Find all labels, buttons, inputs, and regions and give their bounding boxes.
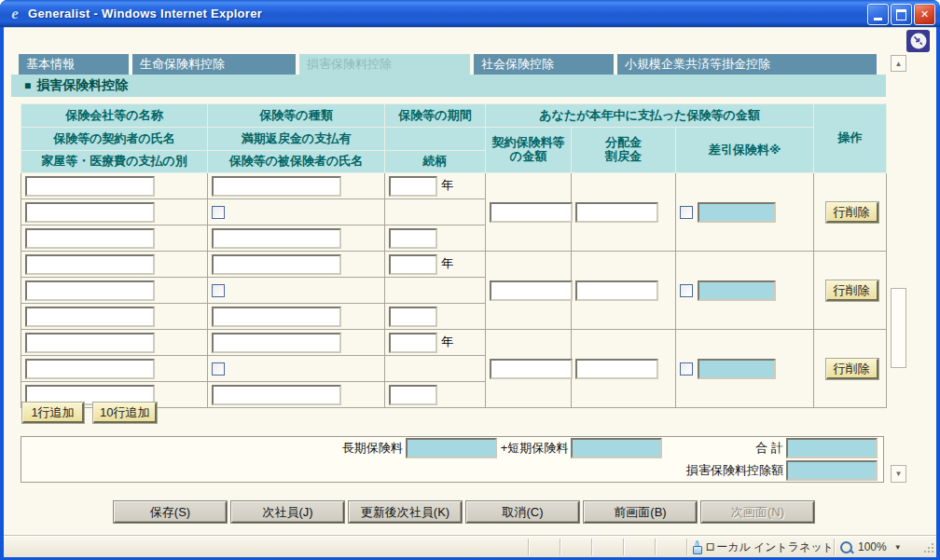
- insurance-row-group: 年 行削除: [21, 252, 887, 330]
- add-row-controls: 1行追加 10行追加: [22, 403, 157, 423]
- section-title: 損害保険料控除: [36, 77, 128, 94]
- intranet-zone-icon: [695, 540, 699, 553]
- update-next-employee-button[interactable]: 更新後次社員(K): [349, 501, 462, 523]
- maximize-button[interactable]: [891, 4, 912, 25]
- tab-casualty-insurance-deduction[interactable]: 損害保険料控除: [299, 54, 470, 75]
- delete-row-button[interactable]: 行削除: [826, 359, 878, 379]
- tab-life-insurance-deduction[interactable]: 生命保険料控除: [132, 54, 296, 75]
- zoom-dropdown-arrow-icon[interactable]: ▼: [894, 543, 902, 552]
- insured-name-input[interactable]: [212, 307, 341, 327]
- summary-row-totals: 長期保険料 +短期保険料 合 計: [21, 438, 883, 458]
- close-button[interactable]: ✕: [914, 4, 935, 25]
- relationship-input[interactable]: [389, 228, 437, 249]
- security-zone-indicator: ローカル イントラネット: [686, 539, 834, 555]
- period-year-input[interactable]: [389, 333, 437, 353]
- net-premium-checkbox[interactable]: [680, 284, 693, 297]
- deduction-field[interactable]: [786, 460, 878, 481]
- header-empty-cell: [385, 128, 486, 151]
- company-name-input[interactable]: [25, 333, 155, 353]
- header-maturity-refund: 満期返戻金の支払有: [208, 128, 385, 151]
- scrollbar-up-icon[interactable]: ▲: [891, 55, 906, 72]
- long-term-premium-field[interactable]: [406, 438, 497, 458]
- header-payment-category: 家屋等・医療費の支払の別: [21, 151, 208, 173]
- maturity-refund-checkbox[interactable]: [212, 362, 225, 376]
- zoom-level: 100%: [858, 540, 887, 553]
- dividend-refund-input[interactable]: [575, 280, 658, 301]
- table-row: 年 行削除: [21, 173, 887, 199]
- next-screen-button: 次画面(N): [701, 501, 814, 523]
- header-insurance-period: 保険等の期間: [385, 104, 486, 128]
- header-relationship: 続柄: [385, 151, 486, 173]
- short-term-premium-label: +短期保険料: [501, 440, 569, 457]
- insurance-table: 保険会社等の名称 保険等の種類 保険等の期間 あなたが本年中に支払った保険等の金…: [21, 103, 887, 408]
- title-bar: e Generalist - Windows Internet Explorer…: [0, 0, 940, 27]
- zoom-control[interactable]: 100% ▼: [834, 539, 919, 555]
- relationship-input[interactable]: [389, 385, 437, 405]
- company-name-input[interactable]: [25, 254, 155, 275]
- insured-name-input[interactable]: [212, 228, 341, 249]
- contract-premium-input[interactable]: [490, 202, 573, 223]
- header-net-premium: 差引保険料※: [676, 128, 814, 173]
- net-premium-checkbox[interactable]: [680, 362, 693, 376]
- relationship-input[interactable]: [389, 307, 437, 327]
- zoom-icon: [840, 541, 852, 553]
- scrollbar-down-icon[interactable]: ▼: [891, 465, 906, 483]
- period-year-input[interactable]: [389, 254, 437, 275]
- payment-category-input[interactable]: [25, 307, 155, 327]
- long-term-premium-label: 長期保険料: [342, 440, 403, 457]
- company-name-input[interactable]: [25, 176, 155, 197]
- tab-basic-info[interactable]: 基本情報: [19, 54, 129, 75]
- status-bar: ローカル イントラネット 100% ▼: [4, 536, 936, 557]
- dividend-refund-input[interactable]: [575, 202, 658, 223]
- window-title: Generalist - Windows Internet Explorer: [28, 7, 262, 20]
- tab-social-insurance-deduction[interactable]: 社会保険控除: [474, 54, 614, 75]
- contract-premium-input[interactable]: [490, 280, 573, 301]
- next-employee-button[interactable]: 次社員(J): [231, 501, 344, 523]
- insurance-type-input[interactable]: [212, 176, 341, 197]
- header-operation: 操作: [814, 104, 887, 173]
- status-cell: [591, 539, 623, 555]
- insurance-row-group: 年 行削除: [21, 330, 887, 408]
- previous-screen-button[interactable]: 前画面(B): [584, 501, 697, 523]
- total-field[interactable]: [786, 438, 878, 458]
- period-year-input[interactable]: [389, 176, 437, 197]
- year-suffix: 年: [441, 178, 453, 192]
- payment-category-input[interactable]: [25, 228, 155, 249]
- scrollbar-thumb[interactable]: [891, 288, 906, 368]
- dividend-refund-input[interactable]: [575, 359, 658, 379]
- short-term-premium-field[interactable]: [571, 438, 662, 458]
- maturity-refund-checkbox[interactable]: [212, 284, 225, 297]
- net-premium-checkbox[interactable]: [680, 206, 693, 219]
- tab-small-business-mutual-aid-deduction[interactable]: 小規模企業共済等掛金控除: [617, 54, 877, 75]
- resize-grip[interactable]: [919, 539, 936, 555]
- section-marker-icon: ■: [24, 79, 31, 92]
- insured-name-input[interactable]: [212, 385, 341, 405]
- cancel-button[interactable]: 取消(C): [466, 501, 579, 523]
- total-label: 合 計: [755, 440, 783, 457]
- year-suffix: 年: [441, 256, 453, 270]
- contract-premium-input[interactable]: [490, 359, 573, 379]
- swap-arrows-icon[interactable]: [906, 30, 930, 52]
- status-cell: [623, 539, 655, 555]
- header-insured-name: 保険等の被保険者の氏名: [208, 151, 385, 173]
- net-premium-field[interactable]: [698, 280, 776, 301]
- contractor-name-input[interactable]: [25, 359, 155, 379]
- delete-row-button[interactable]: 行削除: [826, 280, 878, 301]
- net-premium-field[interactable]: [698, 202, 776, 223]
- insurance-type-input[interactable]: [212, 254, 341, 275]
- contractor-name-input[interactable]: [25, 280, 155, 301]
- status-cell: [560, 539, 591, 555]
- net-premium-field[interactable]: [698, 359, 776, 379]
- table-row: 年 行削除: [21, 252, 887, 278]
- insurance-row-group: 年 行削除: [21, 173, 887, 252]
- insurance-type-input[interactable]: [212, 333, 341, 353]
- save-button[interactable]: 保存(S): [114, 501, 227, 523]
- section-header: ■ 損害保険料控除: [11, 75, 886, 97]
- minimize-button[interactable]: [867, 4, 889, 25]
- add-one-row-button[interactable]: 1行追加: [22, 403, 84, 423]
- delete-row-button[interactable]: 行削除: [826, 202, 878, 223]
- year-suffix: 年: [441, 335, 453, 348]
- contractor-name-input[interactable]: [25, 202, 155, 223]
- add-ten-rows-button[interactable]: 10行追加: [93, 403, 157, 423]
- maturity-refund-checkbox[interactable]: [212, 206, 225, 219]
